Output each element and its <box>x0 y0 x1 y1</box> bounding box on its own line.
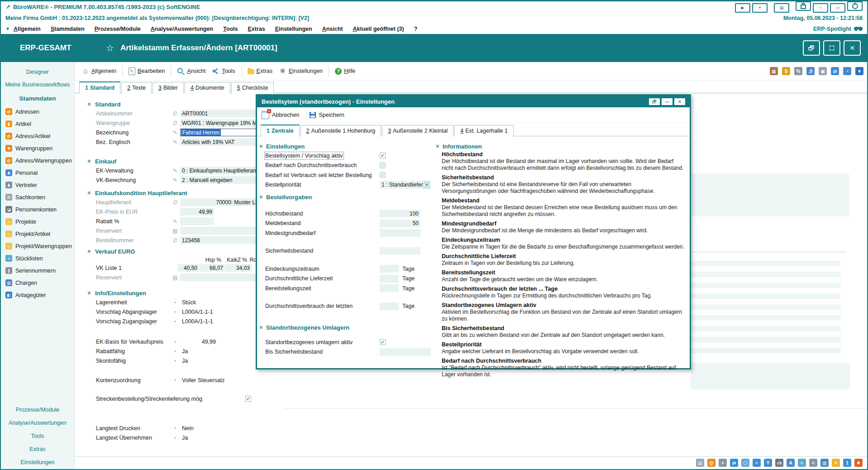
bug-icon[interactable]: ✹ <box>854 459 863 467</box>
address-book-add-icon[interactable]: @ <box>707 459 715 467</box>
tab-texte[interactable]: 2Texte <box>121 82 152 93</box>
sidebar-item-sachkonten[interactable]: ΠSachkonten <box>1 191 74 203</box>
money-bag-icon[interactable]: $ <box>782 67 790 75</box>
menu-item-[interactable]: ? <box>414 26 418 32</box>
percent-icon[interactable]: % <box>794 67 802 75</box>
menu-item-tools[interactable]: Tools <box>223 26 238 32</box>
formula-icon[interactable]: √x <box>775 459 783 467</box>
sidebar-link-einstellungen[interactable]: Einstellungen <box>1 456 74 469</box>
input-field-durchschnittsverbrauch-der-letzten[interactable] <box>380 302 399 310</box>
sidebar-item-projekt-warengruppen[interactable]: ▱Projekt/Warengruppen <box>1 240 74 252</box>
save-icon[interactable]: ▼ <box>855 67 863 75</box>
archive-icon[interactable]: ▦ <box>770 67 778 75</box>
detach-window-button[interactable]: 🗗 <box>803 40 820 56</box>
sidebar-item-personal[interactable]: ♟Personal <box>1 167 74 179</box>
dialog-titlebar[interactable]: Bestellsytem (standortbezogen) - Einstel… <box>257 96 690 107</box>
cancel-button[interactable]: Abbrechen <box>262 111 299 119</box>
vk-value-field[interactable]: 34,03 <box>225 264 252 272</box>
calendar-icon[interactable]: 1 <box>843 459 851 467</box>
wizard-icon[interactable]: ✶ <box>832 459 840 467</box>
sidebar-item-personenkonten[interactable]: ◪Personenkonten <box>1 203 74 216</box>
checkbox-bestellsystem-vorschlag-aktiv[interactable]: ✔ <box>380 153 386 158</box>
input-field-durchschnittliche-lieferzeit[interactable] <box>380 275 399 283</box>
power-button[interactable] <box>847 1 863 11</box>
tab-bilder[interactable]: 3Bilder <box>153 82 184 93</box>
lock-button[interactable] <box>796 1 811 11</box>
toolbar-button-extras[interactable]: Extras <box>248 68 272 74</box>
toolbar-button-ansicht[interactable]: Ansicht <box>177 67 205 75</box>
close-button[interactable]: ✕ <box>844 40 861 56</box>
vk-value-field[interactable]: 40,50 <box>177 264 199 272</box>
translate-icon[interactable]: A <box>787 459 795 467</box>
maximize-button[interactable]: ▭ <box>830 3 845 13</box>
vk-value-field[interactable]: 68,07 <box>200 264 225 272</box>
calculator-icon[interactable]: + <box>719 459 727 467</box>
sidebar-item-adress-artikel[interactable]: @Adress/Artikel <box>1 130 74 142</box>
dialog-restore-button[interactable]: 🗗 <box>649 98 660 105</box>
sidebar-item-seriennummern[interactable]: ∥Seriennummern <box>1 264 74 277</box>
sidebar-item-projekte[interactable]: ▱Projekte <box>1 216 74 228</box>
sidebar-item-artikel[interactable]: ▮Artikel <box>1 118 74 130</box>
window-panel-icon[interactable]: ▢ <box>741 459 749 467</box>
sidebar-item-anlagegüter[interactable]: ◧Anlagegüter <box>1 289 74 301</box>
dialog-tab-außenstelle-1-hohenburg[interactable]: 2Außenstelle 1 Hohenburg <box>300 125 382 136</box>
dropdown-bestellpriorität[interactable]: 1 : Standardliefer▾ <box>380 181 430 189</box>
tab-standard[interactable]: 1Standard <box>79 82 120 93</box>
menu-item-analyse-auswertungen[interactable]: Analyse/Auswertungen <box>151 26 213 32</box>
toolbar-button-allgemein[interactable]: ⌂Allgemein <box>81 67 116 75</box>
sidebar-item-adressen[interactable]: @Adressen <box>1 106 74 118</box>
sidebar-item-chargen[interactable]: ▥Chargen <box>1 277 74 289</box>
menu-caret-icon[interactable]: ▼ <box>5 26 10 31</box>
dialog-close-button[interactable]: ✕ <box>674 98 685 105</box>
print-icon[interactable]: ▣ <box>819 67 827 75</box>
checkbox-streckenbestellung-streckenlieferung-mög[interactable]: ✔ <box>245 396 251 402</box>
toolbar-button-bearbeiten[interactable]: ✎Bearbeiten <box>129 67 165 75</box>
menu-item-prozesse-module[interactable]: Prozesse/Module <box>95 26 141 32</box>
list-panel-icon[interactable]: ≡ <box>798 459 806 467</box>
sidebar-item-vertreter[interactable]: ♟Vertreter <box>1 179 74 191</box>
swap-icon[interactable]: ⇄ <box>831 67 839 75</box>
keyboard-icon[interactable]: ▤ <box>696 459 704 467</box>
scale-icon[interactable]: Y <box>764 459 772 467</box>
input-field-meldebestand[interactable]: 50 <box>380 220 420 227</box>
favorite-star-icon[interactable]: ☆ <box>106 43 114 53</box>
input-field-höchstbestand[interactable]: 100 <box>380 210 420 217</box>
menu-item-allgemein[interactable]: Allgemein <box>14 26 41 32</box>
input-field-bis-sicherheitsbestand[interactable] <box>380 348 430 356</box>
toolbar-button-einstellungen[interactable]: ✱Einstellungen <box>279 67 323 75</box>
checkbox-bedarf-nach-durchschnittsverbrauch[interactable] <box>380 163 386 168</box>
sidebar-item-stücklisten[interactable]: ≡Stücklisten <box>1 252 74 264</box>
menu-item-extras[interactable]: Extras <box>248 26 265 32</box>
sidebar-link-designer[interactable]: Designer <box>1 66 74 78</box>
erp-spotlight-button[interactable]: ERP-Spotlight <box>813 26 863 32</box>
input-field-mindestgrundbedarf[interactable] <box>380 229 420 237</box>
toolbar-button-tools[interactable]: Tools <box>212 67 235 75</box>
toolbar-button-hilfe[interactable]: ?Hilfe <box>335 68 355 75</box>
sidebar-link-extras[interactable]: Extras <box>1 442 74 456</box>
sidebar-item-adress-warengruppen[interactable]: @Adress/Warengruppen <box>1 154 74 167</box>
dialog-tab-zentrale[interactable]: 1Zentrale <box>261 125 300 136</box>
share-icon[interactable]: < <box>809 459 817 467</box>
menu-item-einstellungen[interactable]: Einstellungen <box>275 26 312 32</box>
add-button[interactable]: + <box>752 3 768 13</box>
tab-checkliste[interactable]: 5Checkliste <box>231 82 274 93</box>
window-list-button[interactable]: ▤ <box>774 3 789 13</box>
menu-item-ansicht[interactable]: Ansicht <box>322 26 343 32</box>
key-icon[interactable]: ✧ <box>753 459 761 467</box>
dialog-tab-außenstelle-2-kleintal[interactable]: 3Außenstelle 2 Kleintal <box>382 125 453 136</box>
sidebar-link-analyse-auswertungen[interactable]: Analyse/Auswertungen <box>1 416 74 429</box>
sidebar-link-tools[interactable]: Tools <box>1 429 74 442</box>
fullscreen-button[interactable]: ⛶ <box>823 40 840 56</box>
input-field-rabatt[interactable] <box>180 217 214 225</box>
checkbox-bedarf-ist-verbrauch-seit-letzter-bestellung[interactable] <box>380 172 386 178</box>
input-field-bereitstellungszeit[interactable] <box>380 284 399 292</box>
sidebar-link-meine-businessworkflows[interactable]: Meine Businessworkflows <box>1 78 74 91</box>
columns-icon[interactable]: ▥ <box>820 459 829 467</box>
decimal-places-icon[interactable]: ,0 <box>806 67 815 75</box>
input-field-ek-preis-in-eur[interactable]: 49,99 <box>180 208 214 216</box>
sidebar-link-prozesse-module[interactable]: Prozesse/Module <box>1 403 74 416</box>
menu-item-aktuell-geöffnet-3[interactable]: Aktuell geöffnet (3) <box>353 26 404 32</box>
sidebar-item-projekt-artikel[interactable]: ▱Projekt/Artikel <box>1 228 74 240</box>
tab-dokumente[interactable]: 4Dokumente <box>185 82 230 93</box>
dialog-tab-ext-lagerhalle-1[interactable]: 4Ext. Lagerhalle 1 <box>454 125 514 136</box>
